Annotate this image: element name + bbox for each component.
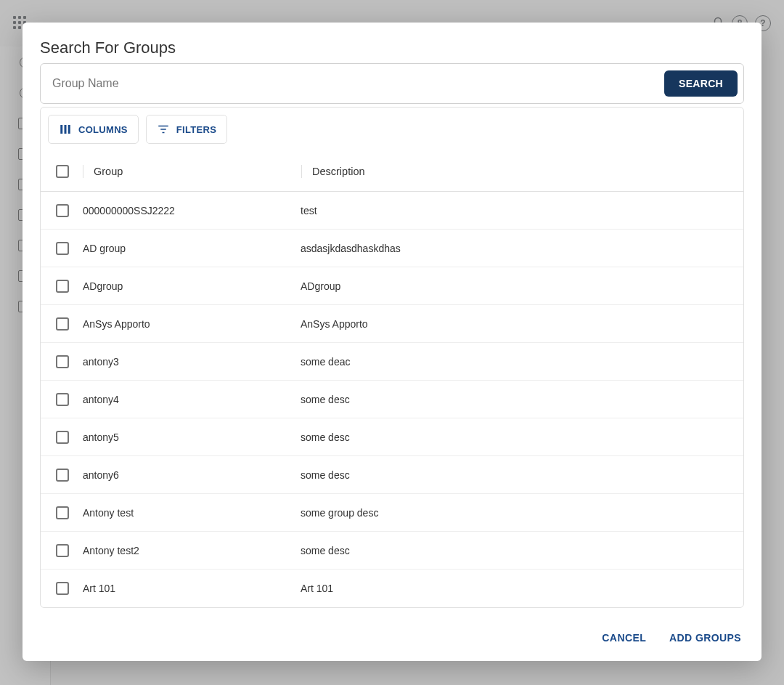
group-name-input[interactable] <box>51 76 664 91</box>
filters-button[interactable]: FILTERS <box>146 115 227 144</box>
cell-group: Art 101 <box>83 583 301 594</box>
cell-description: some deac <box>301 356 743 368</box>
columns-icon <box>59 123 72 136</box>
dialog-body: SEARCH COLUMNS FILTERS Group <box>23 63 761 615</box>
cell-group: antony3 <box>83 356 301 368</box>
column-header-description[interactable]: Description <box>312 166 743 177</box>
row-checkbox[interactable] <box>56 469 69 482</box>
table-row[interactable]: Art 101Art 101 <box>41 570 743 607</box>
cell-group: AD group <box>83 243 301 254</box>
table-row[interactable]: Antony test2some desc <box>41 532 743 570</box>
filters-icon <box>157 123 170 136</box>
cell-description: AnSys Apporto <box>301 318 743 330</box>
row-checkbox[interactable] <box>56 544 69 557</box>
column-separator <box>83 165 83 178</box>
search-row: SEARCH <box>40 63 744 104</box>
table-row[interactable]: antony3some deac <box>41 343 743 381</box>
dialog-title: Search For Groups <box>23 23 761 63</box>
cell-description: ADgroup <box>301 280 743 292</box>
row-checkbox[interactable] <box>56 582 69 595</box>
results-grid: COLUMNS FILTERS Group Description 000000… <box>40 107 744 608</box>
table-row[interactable]: AnSys ApportoAnSys Apporto <box>41 305 743 343</box>
table-row[interactable]: ADgroupADgroup <box>41 267 743 305</box>
row-checkbox[interactable] <box>56 280 69 293</box>
cell-group: ADgroup <box>83 280 301 292</box>
table-row[interactable]: antony5some desc <box>41 418 743 456</box>
cell-description: test <box>301 205 743 216</box>
cell-description: some group desc <box>301 507 743 519</box>
select-all-checkbox[interactable] <box>56 165 69 178</box>
table-body: 000000000SSJ2222testAD groupasdasjkdasdh… <box>41 192 743 607</box>
columns-button[interactable]: COLUMNS <box>48 115 139 144</box>
row-checkbox[interactable] <box>56 204 69 217</box>
cell-description: some desc <box>301 431 743 443</box>
table-header: Group Description <box>41 151 743 192</box>
add-groups-button[interactable]: ADD GROUPS <box>666 628 744 648</box>
filters-button-label: FILTERS <box>176 124 216 135</box>
cell-description: some desc <box>301 545 743 556</box>
cell-description: asdasjkdasdhaskdhas <box>301 243 743 254</box>
cell-description: some desc <box>301 394 743 405</box>
row-checkbox[interactable] <box>56 355 69 368</box>
row-checkbox[interactable] <box>56 242 69 255</box>
table-row[interactable]: antony4some desc <box>41 381 743 418</box>
search-groups-dialog: Search For Groups SEARCH COLUMNS FILTERS <box>23 23 761 661</box>
row-checkbox[interactable] <box>56 506 69 519</box>
cell-group: antony5 <box>83 431 301 443</box>
table-row[interactable]: Antony testsome group desc <box>41 494 743 532</box>
cell-description: Art 101 <box>301 583 743 594</box>
cell-group: 000000000SSJ2222 <box>83 205 301 216</box>
cell-group: Antony test2 <box>83 545 301 556</box>
column-header-group[interactable]: Group <box>94 166 301 177</box>
row-checkbox[interactable] <box>56 393 69 406</box>
cell-group: Antony test <box>83 507 301 519</box>
search-button[interactable]: SEARCH <box>664 70 738 97</box>
cell-group: AnSys Apporto <box>83 318 301 330</box>
cell-group: antony4 <box>83 394 301 405</box>
grid-toolbar: COLUMNS FILTERS <box>41 108 743 151</box>
cell-description: some desc <box>301 469 743 481</box>
table-row[interactable]: AD groupasdasjkdasdhaskdhas <box>41 230 743 267</box>
row-checkbox[interactable] <box>56 317 69 331</box>
row-checkbox[interactable] <box>56 431 69 444</box>
dialog-actions: CANCEL ADD GROUPS <box>23 615 761 661</box>
column-separator <box>301 165 302 178</box>
cell-group: antony6 <box>83 469 301 481</box>
columns-button-label: COLUMNS <box>78 124 128 135</box>
table-row[interactable]: antony6some desc <box>41 456 743 494</box>
cancel-button[interactable]: CANCEL <box>599 628 649 648</box>
table-row[interactable]: 000000000SSJ2222test <box>41 192 743 230</box>
